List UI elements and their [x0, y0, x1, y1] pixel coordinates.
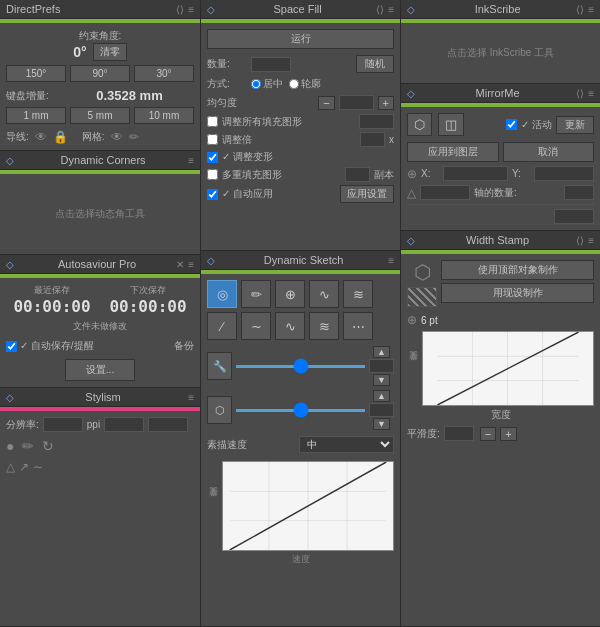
wave-icon[interactable]: ∼ — [33, 460, 43, 474]
smooth-minus-btn[interactable]: − — [480, 427, 496, 441]
tool-curve[interactable]: ∼ — [241, 312, 271, 340]
widthstamp-menu-icon[interactable]: ≡ — [588, 235, 594, 246]
inkscribe-menu-icon[interactable]: ≡ — [588, 4, 594, 15]
auto-save-checkbox-label[interactable]: ✓ 自动保存/提醒 — [6, 339, 94, 353]
pen-icon[interactable]: ✏ — [129, 130, 139, 144]
angle-30-btn[interactable]: 30° — [134, 65, 194, 82]
cancel-btn[interactable]: 取消 — [503, 142, 595, 162]
edges-input[interactable]: 3 — [564, 185, 594, 200]
mult-input[interactable]: 2 — [360, 132, 385, 147]
settings-button[interactable]: 设置... — [65, 359, 135, 381]
collapse-icon[interactable]: ⟨⟩ — [176, 4, 184, 15]
autosaviour-header[interactable]: ◇ Autosaviour Pro ✕ ≡ — [0, 255, 200, 274]
inkscribe-collapse-icon[interactable]: ⟨⟩ — [576, 4, 584, 15]
kerning-5mm-btn[interactable]: 5 mm — [70, 107, 130, 124]
uniform-input[interactable]: 7 — [339, 95, 374, 110]
slider1-down[interactable]: ▼ — [373, 374, 390, 386]
slider2-up[interactable]: ▲ — [373, 390, 390, 402]
clear-button[interactable]: 清零 — [93, 43, 127, 61]
slider-2[interactable] — [236, 409, 365, 412]
uniform-plus-btn[interactable]: + — [378, 96, 394, 110]
tool-wave[interactable]: ∿ — [309, 280, 339, 308]
widthstamp-collapse-icon[interactable]: ⟨⟩ — [576, 235, 584, 246]
dynamic-corners-header[interactable]: ◇ Dynamic Corners ≡ — [0, 151, 200, 170]
tool-plus[interactable]: ⊕ — [275, 280, 305, 308]
inkscribe-header[interactable]: ◇ InkScribe ⟨⟩ ≡ — [401, 0, 600, 19]
tool-dots[interactable]: ⋯ — [343, 312, 373, 340]
angle-150-btn[interactable]: 150° — [6, 65, 66, 82]
x-input[interactable]: -34.572 mm — [443, 166, 508, 181]
stylism-menu-icon[interactable]: ≡ — [188, 392, 194, 403]
cb2-checkbox[interactable] — [207, 134, 218, 145]
dynamic-sketch-header[interactable]: ◇ Dynamic Sketch ≡ — [201, 251, 400, 270]
smooth-plus-btn[interactable]: + — [500, 427, 516, 441]
tool-tilde[interactable]: ≋ — [343, 280, 373, 308]
run-button[interactable]: 运行 — [207, 29, 394, 49]
copies-input[interactable]: 2 — [345, 167, 370, 182]
lock-icon[interactable]: 🔒 — [53, 130, 68, 144]
auto-save-checkbox[interactable] — [6, 341, 17, 352]
spacefill-collapse-icon[interactable]: ⟨⟩ — [376, 4, 384, 15]
widthstamp-header[interactable]: ◇ Width Stamp ⟨⟩ ≡ — [401, 231, 600, 250]
res-input-1[interactable]: 300 — [43, 417, 83, 432]
y-input[interactable]: 40.569 mm — [534, 166, 594, 181]
mirrorme-header[interactable]: ◇ MirrorMe ⟨⟩ ≡ — [401, 84, 600, 103]
apply-settings-btn[interactable]: 应用设置 — [340, 185, 394, 203]
slider-1[interactable] — [236, 365, 365, 368]
cb1-checkbox[interactable] — [207, 116, 218, 127]
res-input-2[interactable]: 72 — [104, 417, 144, 432]
spacefill-menu-icon[interactable]: ≡ — [388, 4, 394, 15]
menu-icon[interactable]: ≡ — [188, 4, 194, 15]
circle-icon[interactable]: ● — [6, 438, 14, 454]
angle-90-btn[interactable]: 90° — [70, 65, 130, 82]
autosaviour-close-icon[interactable]: ✕ — [176, 259, 184, 270]
ws-btn2[interactable]: 用现设制作 — [441, 283, 594, 303]
corners-menu-icon[interactable]: ≡ — [188, 155, 194, 166]
cb5-checkbox[interactable] — [207, 189, 218, 200]
shape-icon2[interactable]: ⬡ — [207, 396, 232, 424]
mirrorme-collapse-icon[interactable]: ⟨⟩ — [576, 88, 584, 99]
stylism-header[interactable]: ◇ Stylism ≡ — [0, 388, 200, 407]
radio-outline[interactable]: 轮廓 — [289, 77, 321, 91]
grid-eye-icon[interactable]: 👁 — [111, 130, 123, 144]
tool-pen[interactable]: ✏ — [241, 280, 271, 308]
tool-slash[interactable]: ∕ — [207, 312, 237, 340]
shape-icon[interactable]: △ — [6, 460, 15, 474]
percent-input[interactable]: 85% — [554, 209, 594, 224]
spacefill-header[interactable]: ◇ Space Fill ⟨⟩ ≡ — [201, 0, 400, 19]
cb3-checkbox[interactable] — [207, 152, 218, 163]
radio-center[interactable]: 居中 — [251, 77, 283, 91]
slider1-up[interactable]: ▲ — [373, 346, 390, 358]
iron-icon[interactable]: 🔧 — [207, 352, 232, 380]
active-checkbox[interactable] — [506, 119, 517, 130]
random-button[interactable]: 随机 — [356, 55, 394, 73]
slider1-val[interactable]: 5 — [369, 359, 394, 373]
num-input[interactable]: 0 — [251, 57, 291, 72]
smooth-input[interactable]: 1 — [444, 426, 474, 441]
mirror-shape-btn[interactable]: ⬡ — [407, 113, 432, 136]
speed-select[interactable]: 中 低 高 — [299, 436, 395, 453]
autosaviour-menu-icon[interactable]: ≡ — [188, 259, 194, 270]
ws-btn1[interactable]: 使用顶部对象制作 — [441, 260, 594, 280]
slider2-val[interactable]: 50 — [369, 403, 394, 417]
pen-tool-icon[interactable]: ✏ — [22, 438, 34, 454]
res-input-3[interactable]: 300 — [148, 417, 188, 432]
kerning-10mm-btn[interactable]: 10 mm — [134, 107, 194, 124]
tool-circle[interactable]: ◎ — [207, 280, 237, 308]
pct1-input[interactable]: 100% — [359, 114, 394, 129]
mirrorme-menu-icon[interactable]: ≡ — [588, 88, 594, 99]
cb4-checkbox[interactable] — [207, 169, 218, 180]
slider2-down[interactable]: ▼ — [373, 418, 390, 430]
refresh-icon[interactable]: ↻ — [42, 438, 54, 454]
mirror-angle-input[interactable]: 0° — [420, 185, 470, 200]
tool-wave2[interactable]: ∿ — [275, 312, 305, 340]
widthstamp-main-icon[interactable]: ⬡ — [414, 260, 431, 284]
directprefs-header[interactable]: DirectPrefs ⟨⟩ ≡ — [0, 0, 200, 19]
apply-map-btn[interactable]: 应用到图层 — [407, 142, 499, 162]
kerning-1mm-btn[interactable]: 1 mm — [6, 107, 66, 124]
update-button[interactable]: 更新 — [556, 116, 594, 134]
tool-sketch[interactable]: ≋ — [309, 312, 339, 340]
uniform-minus-btn[interactable]: − — [318, 96, 334, 110]
eye-icon[interactable]: 👁 — [35, 130, 47, 144]
arrow-icon[interactable]: ↗ — [19, 460, 29, 474]
